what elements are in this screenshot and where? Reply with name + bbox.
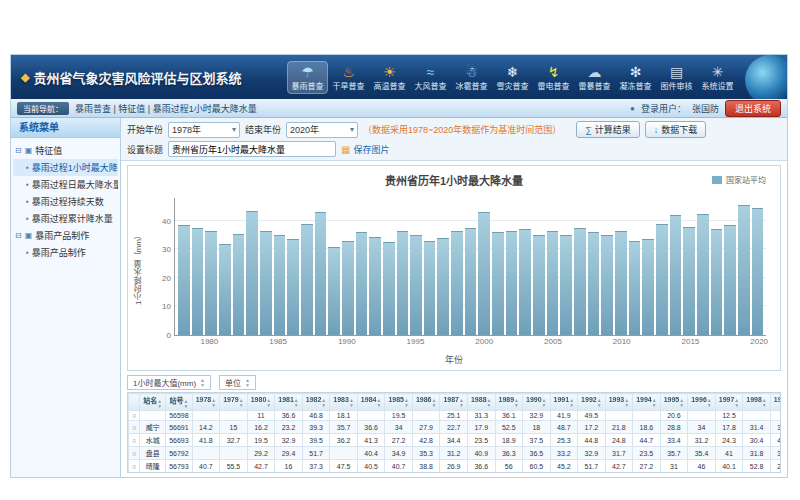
module-button[interactable]: ☃冰雹普查 bbox=[452, 62, 491, 93]
year-column-header[interactable]: 1983▲▼ bbox=[330, 394, 358, 411]
tree-item[interactable]: ▪暴雨过程1小时最大降水量 bbox=[13, 159, 118, 176]
tree-item[interactable]: ▪暴雨产品制作 bbox=[13, 244, 118, 261]
page-icon: ▪ bbox=[26, 163, 29, 172]
year-column-header[interactable]: 1986▲▼ bbox=[412, 394, 440, 411]
download-label: 数据下载 bbox=[661, 123, 697, 136]
bar-1978 bbox=[178, 225, 190, 335]
unit-filter-chip[interactable]: 单位 ▲▼ bbox=[219, 375, 256, 390]
tree-group[interactable]: ⊟▣暴雨产品制作 bbox=[13, 227, 118, 244]
end-year-select[interactable]: 2020年 ▾ bbox=[286, 122, 358, 138]
row-radio[interactable]: ○ bbox=[132, 437, 136, 444]
calculate-button[interactable]: ∑ 计算结果 bbox=[576, 121, 639, 138]
row-radio[interactable]: ○ bbox=[132, 412, 136, 419]
year-column-header[interactable]: 1996▲▼ bbox=[688, 394, 716, 411]
download-button[interactable]: ↓ 数据下载 bbox=[645, 121, 707, 138]
x-tick-label: 2020 bbox=[750, 337, 768, 346]
year-column-header[interactable]: 1982▲▼ bbox=[302, 394, 330, 411]
year-column-header[interactable]: 1978▲▼ bbox=[192, 394, 220, 411]
module-button[interactable]: ↯雷电普查 bbox=[534, 62, 573, 93]
value-cell: 40.4 bbox=[357, 447, 385, 460]
year-column-header[interactable]: 1995▲▼ bbox=[660, 394, 688, 411]
module-button[interactable]: ☀高温普查 bbox=[370, 62, 409, 93]
value-cell: 28.2 bbox=[275, 473, 303, 474]
value-cell: 41 bbox=[715, 447, 743, 460]
sort-icon: ▲▼ bbox=[245, 378, 250, 388]
tree-item[interactable]: ▪暴雨过程日最大降水量 bbox=[13, 176, 118, 193]
value-cell: 18 bbox=[523, 421, 551, 434]
year-column-header[interactable]: 1988▲▼ bbox=[467, 394, 495, 411]
page-icon: ▪ bbox=[26, 214, 29, 223]
app-title-text: 贵州省气象灾害风险评估与区划系统 bbox=[33, 68, 241, 87]
logout-button[interactable]: 退出系统 bbox=[725, 100, 781, 117]
year-column-header[interactable]: 1999▲▼ bbox=[770, 394, 781, 411]
tree-group[interactable]: ⊟▣特征值 bbox=[13, 142, 118, 159]
tree-item[interactable]: ▪暴雨过程持续天数 bbox=[13, 193, 118, 210]
value-cell: 33.6 bbox=[523, 473, 551, 474]
save-image-link[interactable]: ▦ 保存图片 bbox=[341, 143, 389, 156]
row-radio[interactable]: ○ bbox=[132, 463, 136, 470]
value-cell: 33.2 bbox=[550, 447, 578, 460]
sort-icon: ▲▼ bbox=[569, 398, 574, 408]
value-cell: 42.7 bbox=[605, 460, 633, 473]
year-column-header[interactable]: 1984▲▼ bbox=[357, 394, 385, 411]
table-scroll-area[interactable]: 站名▲▼站号▲▼1978▲▼1979▲▼1980▲▼1981▲▼1982▲▼19… bbox=[127, 392, 781, 473]
module-button[interactable]: ✻凝冻普查 bbox=[616, 62, 655, 93]
module-button[interactable]: ☂暴雨普查 bbox=[288, 62, 327, 93]
module-label: 雷电普查 bbox=[538, 80, 570, 91]
year-column-header[interactable]: 1992▲▼ bbox=[578, 394, 606, 411]
module-button[interactable]: ☁雷暴普查 bbox=[575, 62, 614, 93]
module-button[interactable]: ♨干旱普查 bbox=[329, 62, 368, 93]
bar-1997 bbox=[437, 238, 449, 335]
bar-1988 bbox=[315, 212, 327, 335]
value-cell bbox=[192, 411, 220, 421]
value-cell: 51.7 bbox=[302, 447, 330, 460]
expand-icon[interactable]: ⊟ bbox=[15, 146, 22, 155]
year-column-header[interactable]: 1994▲▼ bbox=[633, 394, 661, 411]
value-cell: 31.3 bbox=[467, 411, 495, 421]
breadcrumb: 暴雨普查 | 特征值 | 暴雨过程1小时最大降水量 bbox=[75, 102, 257, 115]
value-cell: 44.8 bbox=[578, 434, 606, 447]
module-button[interactable]: ▤图件审核 bbox=[657, 62, 696, 93]
sort-icon: ▲▼ bbox=[294, 398, 299, 408]
year-column-header[interactable]: 1979▲▼ bbox=[220, 394, 248, 411]
bar-1994 bbox=[397, 231, 409, 335]
value-filter-chip[interactable]: 1小时最大值(mm) ▲▼ bbox=[127, 375, 211, 390]
row-radio[interactable]: ○ bbox=[132, 424, 136, 431]
settings-icon: ✳ bbox=[712, 65, 724, 79]
tree-item[interactable]: ▪暴雨过程累计降水量 bbox=[13, 210, 118, 227]
module-button[interactable]: ≈大风普查 bbox=[411, 62, 450, 93]
year-column-header[interactable]: 1980▲▼ bbox=[247, 394, 275, 411]
table-body: ○565981136.646.818.119.525.131.336.132.9… bbox=[129, 411, 782, 474]
value-cell: 17.2 bbox=[578, 421, 606, 434]
value-cell bbox=[688, 411, 716, 421]
year-column-header[interactable]: 1985▲▼ bbox=[385, 394, 413, 411]
breadcrumb-bar: 当前导航： 暴雨普查 | 特征值 | 暴雨过程1小时最大降水量 ● 登录用户：张… bbox=[11, 99, 787, 118]
module-label: 雪灾普查 bbox=[497, 80, 529, 91]
year-column-header[interactable]: 1981▲▼ bbox=[275, 394, 303, 411]
expand-icon[interactable]: ⊟ bbox=[15, 231, 22, 240]
name-column-header[interactable]: 站名▲▼ bbox=[140, 394, 166, 411]
sort-icon: ▲▼ bbox=[431, 398, 436, 408]
id-column-header[interactable]: 站号▲▼ bbox=[166, 394, 192, 411]
year-column-header[interactable]: 1990▲▼ bbox=[523, 394, 551, 411]
table-row: ○盘县5679229.229.451.740.434.935.331.240.9… bbox=[129, 447, 782, 460]
row-radio[interactable]: ○ bbox=[132, 450, 136, 457]
rain-icon: ☂ bbox=[301, 65, 314, 79]
value-cell: 18.1 bbox=[330, 411, 358, 421]
value-cell: 30 bbox=[770, 473, 781, 474]
year-column-header[interactable]: 1997▲▼ bbox=[715, 394, 743, 411]
year-column-header[interactable]: 1998▲▼ bbox=[743, 394, 771, 411]
value-cell: 11 bbox=[247, 411, 275, 421]
module-button[interactable]: ❄雪灾普查 bbox=[493, 62, 532, 93]
year-column-header[interactable]: 1989▲▼ bbox=[495, 394, 523, 411]
x-tick-label: 1990 bbox=[338, 337, 356, 346]
year-column-header[interactable]: 1987▲▼ bbox=[440, 394, 468, 411]
start-year-select[interactable]: 1978年 ▾ bbox=[168, 122, 240, 138]
module-button[interactable]: ✳系统设置 bbox=[698, 62, 737, 93]
bar-1998 bbox=[451, 231, 463, 335]
value-cell: 40.1 bbox=[192, 473, 220, 474]
bar-2004 bbox=[533, 235, 545, 335]
year-column-header[interactable]: 1991▲▼ bbox=[550, 394, 578, 411]
year-column-header[interactable]: 1993▲▼ bbox=[605, 394, 633, 411]
chart-title-input[interactable] bbox=[168, 141, 336, 157]
